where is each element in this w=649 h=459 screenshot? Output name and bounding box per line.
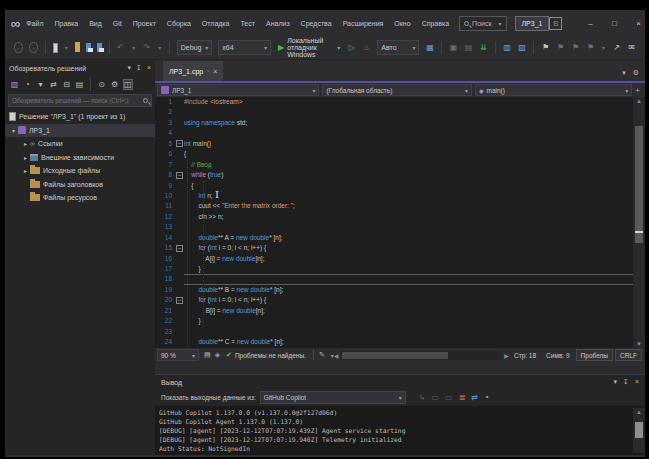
scrollbar-thumb[interactable] bbox=[342, 352, 447, 359]
code-text[interactable]: double** B = new double* [n]; bbox=[184, 285, 633, 295]
tab-close-icon[interactable]: × bbox=[213, 68, 217, 75]
fold-margin[interactable] bbox=[175, 233, 184, 243]
fold-margin[interactable] bbox=[175, 128, 184, 138]
code-line-1[interactable]: 1#include <iostream> bbox=[155, 97, 633, 107]
navigate-icon[interactable]: ▧ bbox=[517, 43, 526, 52]
switch-views-icon[interactable]: ▧ bbox=[10, 80, 19, 89]
project-scope-dropdown[interactable]: ЛР3_1 ▾ bbox=[157, 84, 319, 96]
global-scope-dropdown[interactable]: (Глобальная область) ▾ bbox=[322, 84, 471, 96]
feedback-icon[interactable]: ✉ bbox=[627, 43, 636, 52]
fold-margin[interactable]: – bbox=[175, 295, 184, 305]
scroll-down-icon[interactable]: ▼ bbox=[633, 341, 645, 347]
expander-icon[interactable]: ▸ bbox=[21, 167, 30, 174]
tab-list-dropdown-icon[interactable]: ▾ bbox=[622, 69, 626, 77]
code-text[interactable] bbox=[184, 222, 633, 232]
save-icon[interactable] bbox=[86, 43, 91, 52]
bookmark-dropdown-icon[interactable]: ▾ bbox=[599, 44, 608, 51]
undo-icon[interactable]: ↶ bbox=[116, 43, 125, 52]
bookmark-next-icon[interactable]: ⚑ bbox=[571, 43, 580, 52]
code-text[interactable]: for (int i = 0; i < n; i++) { bbox=[184, 243, 633, 253]
code-area[interactable]: I 1#include <iostream>23using namespace … bbox=[155, 97, 633, 348]
intellicode-icon[interactable]: ◈ bbox=[215, 351, 220, 359]
fold-margin[interactable]: – bbox=[175, 139, 184, 149]
tab-lr3-1-cpp[interactable]: ЛР3_1.cpp ◦ × bbox=[163, 61, 223, 81]
code-text[interactable] bbox=[184, 128, 633, 138]
code-line-6[interactable]: 6{ bbox=[155, 149, 633, 159]
scroll-right-icon[interactable]: ▶ bbox=[504, 352, 509, 359]
expander-icon[interactable]: ▸ bbox=[21, 140, 30, 147]
output-log[interactable]: GitHub Copilot 1.137.0.0 (v1.137.0.0@2f1… bbox=[159, 408, 633, 453]
code-line-13[interactable]: 13 bbox=[155, 222, 633, 232]
account-avatar[interactable]: B bbox=[549, 17, 562, 30]
menu-window[interactable]: Окно bbox=[394, 20, 410, 27]
code-line-12[interactable]: 12 cin >> n; bbox=[155, 212, 633, 222]
fold-margin[interactable] bbox=[175, 201, 184, 211]
fold-margin[interactable] bbox=[175, 212, 184, 222]
fold-collapse-icon[interactable]: – bbox=[176, 172, 183, 179]
line-number[interactable]: 12 bbox=[155, 212, 175, 222]
code-text[interactable]: // Ввод bbox=[184, 160, 633, 170]
code-line-7[interactable]: 7 // Ввод bbox=[155, 160, 633, 170]
line-number[interactable]: 11 bbox=[155, 201, 175, 211]
code-text[interactable]: cin >> n; bbox=[184, 212, 633, 222]
panel-options-icon[interactable]: ▾ bbox=[614, 378, 618, 386]
error-list-icon[interactable]: ▣ bbox=[449, 43, 458, 52]
expander-icon[interactable]: ▾ bbox=[9, 127, 18, 134]
clear-all-icon[interactable]: ≣ bbox=[459, 393, 466, 402]
line-number[interactable]: 15 bbox=[155, 243, 175, 253]
fold-margin[interactable] bbox=[175, 191, 184, 201]
line-number[interactable]: 22 bbox=[155, 316, 175, 326]
code-line-22[interactable]: 22 } bbox=[155, 316, 633, 326]
line-number[interactable]: 17 bbox=[155, 264, 175, 274]
scroll-left-icon[interactable]: ◀ bbox=[334, 352, 339, 359]
code-text[interactable]: { bbox=[184, 149, 633, 159]
scrollbar-thumb[interactable] bbox=[635, 422, 643, 438]
auto-combo[interactable]: Авто▾ bbox=[377, 40, 419, 55]
code-text[interactable]: #include <iostream> bbox=[184, 97, 633, 107]
platform-combo[interactable]: x64▾ bbox=[218, 40, 271, 55]
nav-forward-icon[interactable]: → bbox=[29, 42, 38, 53]
menu-extensions[interactable]: Расширения bbox=[343, 20, 384, 27]
line-number[interactable]: 18 bbox=[155, 274, 175, 284]
menu-build[interactable]: Сборка bbox=[167, 20, 191, 27]
code-line-18[interactable]: 18 bbox=[155, 274, 633, 284]
start-without-debugging-icon[interactable]: ▷ bbox=[347, 43, 356, 52]
editor-vertical-scrollbar[interactable]: ▲ ▼ bbox=[633, 97, 645, 348]
tree-item-source-files[interactable]: ▸Исходные файлы bbox=[5, 164, 155, 178]
line-number[interactable]: 2 bbox=[155, 107, 175, 117]
split-window-icon[interactable]: + bbox=[635, 86, 643, 95]
line-number[interactable]: 14 bbox=[155, 233, 175, 243]
code-text[interactable]: B[i] = new double[n]; bbox=[184, 306, 633, 316]
fold-margin[interactable]: – bbox=[175, 170, 184, 180]
code-text[interactable]: double** A = new double* [n]; bbox=[184, 233, 633, 243]
global-search-box[interactable]: Поиск ▾ bbox=[459, 16, 506, 31]
output-window-icon[interactable]: ▤ bbox=[464, 43, 473, 52]
menu-debug[interactable]: Отладка bbox=[202, 20, 230, 27]
line-number[interactable]: 7 bbox=[155, 160, 175, 170]
tree-item-header-files[interactable]: Файлы заголовков bbox=[5, 178, 155, 192]
line-number[interactable]: 16 bbox=[155, 254, 175, 264]
properties-icon[interactable]: ⚙ bbox=[110, 80, 119, 89]
tree-item-solution[interactable]: Решение "ЛР3_1" (1 проект из 1) bbox=[5, 110, 155, 124]
code-line-14[interactable]: 14 double** A = new double* [n]; bbox=[155, 233, 633, 243]
tree-item-resource-files[interactable]: Файлы ресурсов bbox=[5, 191, 155, 205]
line-number[interactable]: 23 bbox=[155, 327, 175, 337]
test-explorer-icon[interactable]: ▦ bbox=[425, 43, 434, 52]
bookmark-prev-icon[interactable]: ⚑ bbox=[556, 43, 565, 52]
menu-project[interactable]: Проект bbox=[133, 20, 156, 27]
code-text[interactable]: } bbox=[184, 264, 633, 274]
zoom-level-dropdown[interactable]: 90 % ▾ bbox=[157, 349, 199, 361]
pending-changes-filter-icon[interactable]: ◔ bbox=[23, 80, 32, 89]
pin-icon[interactable]: ↧ bbox=[136, 64, 142, 72]
code-line-20[interactable]: 20– for (int i = 0; i < n; i++) { bbox=[155, 295, 633, 305]
sync-with-active-document-icon[interactable]: ⇄ bbox=[49, 80, 58, 89]
line-number[interactable]: 8 bbox=[155, 170, 175, 180]
line-number[interactable]: 20 bbox=[155, 295, 175, 305]
configuration-combo[interactable]: Debug▾ bbox=[177, 40, 213, 55]
filter-dropdown-icon[interactable]: ▾ bbox=[36, 80, 45, 89]
fold-margin[interactable] bbox=[175, 264, 184, 274]
member-scope-dropdown[interactable]: ◆ main() ▾ bbox=[475, 84, 632, 96]
word-wrap-icon[interactable]: ⇄ bbox=[471, 393, 478, 402]
fold-margin[interactable]: – bbox=[175, 243, 184, 253]
code-line-10[interactable]: 10 int n; bbox=[155, 191, 633, 201]
